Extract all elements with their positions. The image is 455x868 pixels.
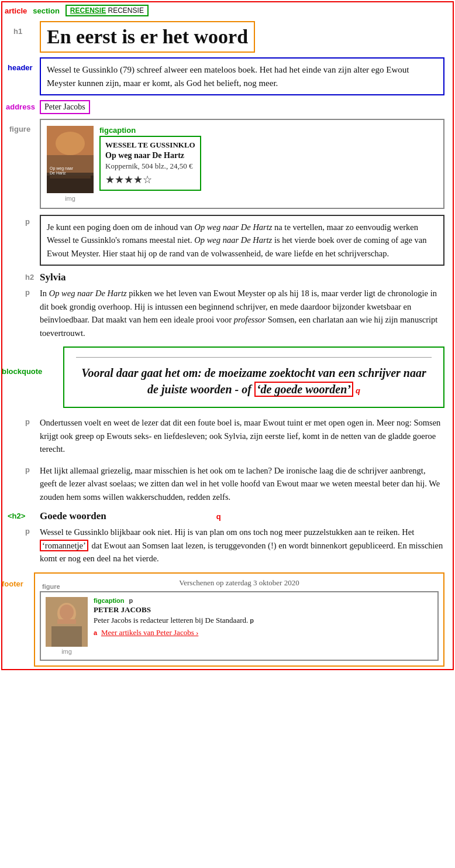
footer-date: Verschenen op zaterdag 3 oktober 2020 xyxy=(40,578,439,588)
h2b-label: <h2> xyxy=(8,512,25,520)
article-label: article xyxy=(5,6,27,15)
para4-section: p Het lijkt allemaal griezelig, maar mis… xyxy=(40,463,444,505)
author-p-label: p xyxy=(129,597,133,604)
book-title: Op weg naar De Hartz xyxy=(105,151,195,160)
h1-box: En eerst is er het woord xyxy=(40,21,255,53)
h2a-text: Sylvia xyxy=(40,272,444,283)
author-description: Peter Jacobs is redacteur letteren bij D… xyxy=(94,616,433,625)
recensie-black-text: RECENSIE xyxy=(108,6,144,15)
article: article section RECENSIE RECENSIE h1 En … xyxy=(1,1,454,670)
para2-text: In Op weg naar De Hartz pikken we het le… xyxy=(40,286,444,341)
a-label: a xyxy=(94,629,97,636)
blockquote-text: Vooral daar gaat het om: de moeizame zoe… xyxy=(76,365,432,397)
book-author: WESSEL TE GUSSINKLO xyxy=(105,140,195,150)
header-label: header xyxy=(8,63,33,72)
author-p-label2: p xyxy=(250,617,254,624)
address-box: Peter Jacobs xyxy=(40,100,90,114)
footer-figure: img figcaption p PETER JACOBS Peter Jaco… xyxy=(40,591,439,661)
h1-label: h1 xyxy=(13,27,19,36)
svg-rect-9 xyxy=(51,626,82,647)
author-display-name: PETER JACOBS xyxy=(94,605,433,615)
para1-text-before: Je kunt een poging doen om de inhoud van xyxy=(47,222,195,232)
author-img-col: img xyxy=(46,597,88,655)
para4-text: Het lijkt allemaal griezelig, maar missc… xyxy=(40,463,444,505)
blockquote-box: Vooral daar gaat het om: de moeizame zoe… xyxy=(63,346,444,408)
author-desc-text: Peter Jacobs is redacteur letteren bij D… xyxy=(94,616,248,625)
author-photo xyxy=(46,597,88,647)
para2-section: p In Op weg naar De Hartz pikken we het … xyxy=(40,286,444,341)
para2-italic: Op weg naar De Hartz xyxy=(49,289,127,298)
para1-italic1: Op weg naar De Hartz xyxy=(195,222,273,232)
footer-section: footer Verschenen op zaterdag 3 oktober … xyxy=(34,572,444,667)
recensie-green-text: RECENSIE xyxy=(70,6,106,15)
section-label: section xyxy=(33,6,60,15)
q-element: ‘de goede woorden’ xyxy=(254,382,353,397)
svg-rect-4 xyxy=(50,176,91,179)
blockquote-line xyxy=(76,357,432,358)
section-tag-badge: RECENSIE RECENSIE xyxy=(66,5,149,16)
para3-text: Ondertussen voelt en weet de lezer dat d… xyxy=(40,415,444,457)
top-labels-row: article section RECENSIE RECENSIE xyxy=(5,5,450,16)
para4-label: p xyxy=(25,465,30,474)
author-name-address: Peter Jacobs xyxy=(44,102,85,111)
footer-label: footer xyxy=(2,579,23,588)
figcaption-top-row: figcaption p xyxy=(94,597,433,604)
figcaption-box: WESSEL TE GUSSINKLO Op weg naar De Hartz… xyxy=(99,136,201,191)
header-text: Wessel te Gussinklo (79) schreef alweer … xyxy=(47,65,409,88)
author-articles-link[interactable]: Meer artikels van Peter Jacobs › xyxy=(101,628,198,637)
article-title: En eerst is er het woord xyxy=(47,26,248,48)
blockquote-text-before: Vooral daar gaat het om: de moeizame zoe… xyxy=(81,366,426,396)
svg-rect-11 xyxy=(57,619,76,624)
svg-text:Op weg naar: Op weg naar xyxy=(50,166,74,171)
para1-italic2: Op weg naar De Hartz xyxy=(194,235,272,245)
author-img-label: img xyxy=(61,648,72,655)
figure-label: figure xyxy=(9,125,30,133)
book-publisher: Koppernik, 504 blz., 24,50 € xyxy=(105,162,195,171)
para3-label: p xyxy=(25,417,30,426)
author-svg xyxy=(46,597,88,647)
para1-section: p Je kunt een poging doen om de inhoud v… xyxy=(40,215,444,266)
para1-label: p xyxy=(25,217,30,226)
figure-section: figure Op weg naar De Hartz xyxy=(40,119,444,209)
book-rating: ★★★★☆ xyxy=(105,173,195,186)
svg-rect-3 xyxy=(47,173,94,193)
footer-figure-wrapper: figure xyxy=(40,591,439,661)
para2-italic2: professor xyxy=(234,315,266,324)
h2b-section: <h2> Goede woorden q xyxy=(40,510,444,522)
footer-box: Verschenen op zaterdag 3 oktober 2020 fi… xyxy=(34,572,444,667)
para5-label: p xyxy=(25,527,30,536)
svg-point-2 xyxy=(56,132,85,155)
para5-end: dat Ewout aan Somsen laat lezen, is teru… xyxy=(40,541,443,563)
para2-before: In xyxy=(40,289,49,298)
h2b-text: Goede woorden xyxy=(40,510,106,522)
author-link-row: a Meer artikels van Peter Jacobs › xyxy=(94,627,433,637)
book-cover-svg: Op weg naar De Hartz xyxy=(47,126,94,193)
footer-figcaption-label: figcaption xyxy=(94,597,125,604)
para5-text: Wessel te Gussinklo blijkbaar ook niet. … xyxy=(40,524,444,566)
para2-label: p xyxy=(25,288,30,297)
para5-section: p Wessel te Gussinklo blijkbaar ook niet… xyxy=(40,524,444,566)
svg-text:De Hartz: De Hartz xyxy=(50,171,66,175)
header-box: Wessel te Gussinklo (79) schreef alweer … xyxy=(40,57,444,95)
footer-figure-label: figure xyxy=(42,583,60,590)
figure-box: Op weg naar De Hartz img figcaption WESS… xyxy=(40,119,444,209)
q-label2: q xyxy=(216,512,221,521)
para5-q: ‘romannetje’ xyxy=(40,540,88,551)
blockquote-section: blockquote Vooral daar gaat het om: de m… xyxy=(57,346,444,408)
book-img-wrapper: Op weg naar De Hartz img xyxy=(47,126,94,202)
address-section: address Peter Jacobs xyxy=(40,100,444,114)
para1-box: Je kunt een poging doen om de inhoud van… xyxy=(40,215,444,266)
header-section: header Wessel te Gussinklo (79) schreef … xyxy=(40,57,444,95)
main-content: h1 En eerst is er het woord header Wesse… xyxy=(40,21,444,667)
blockquote-label: blockquote xyxy=(2,367,42,376)
book-cover-image: Op weg naar De Hartz xyxy=(47,126,94,193)
q-label: q xyxy=(356,386,360,395)
figcaption-label: figcaption xyxy=(99,126,201,135)
h2a-label: h2 xyxy=(25,273,34,282)
footer-figcaption: figcaption p PETER JACOBS Peter Jacobs i… xyxy=(94,597,433,637)
address-label: address xyxy=(6,102,35,111)
img-label: img xyxy=(65,195,75,202)
figcaption-wrapper: figcaption WESSEL TE GUSSINKLO Op weg na… xyxy=(99,126,201,191)
para5-before: Wessel te Gussinklo blijkbaar ook niet. … xyxy=(40,527,414,537)
para3-section: p Ondertussen voelt en weet de lezer dat… xyxy=(40,415,444,457)
